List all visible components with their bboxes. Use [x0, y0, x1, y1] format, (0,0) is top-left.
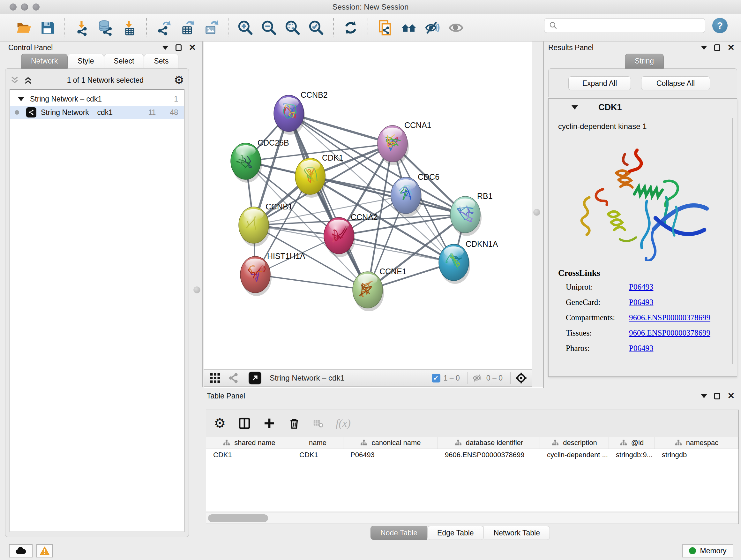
- table-cell[interactable]: stringdb:9...: [609, 451, 655, 459]
- column-header-description[interactable]: description: [540, 437, 609, 449]
- float-panel-icon[interactable]: [714, 393, 720, 399]
- network-edge[interactable]: [339, 236, 454, 262]
- export-table-icon[interactable]: [179, 18, 196, 37]
- birds-eye-view-icon[interactable]: [515, 372, 527, 384]
- network-node-ccna2[interactable]: CCNA2: [324, 212, 378, 257]
- import-network-from-database-icon[interactable]: [97, 18, 114, 37]
- network-view-canvas[interactable]: CCNB2CCNA1CDC25BCDK1CDC6RB1CCNB1CCNA2CDK…: [204, 42, 532, 369]
- open-session-icon[interactable]: [15, 18, 32, 37]
- search-input[interactable]: [560, 21, 705, 30]
- delete-column-icon[interactable]: [288, 417, 300, 430]
- table-cell[interactable]: CDK1: [206, 451, 292, 459]
- cloud-button[interactable]: [9, 544, 32, 557]
- network-options-gear-icon[interactable]: ⚙: [174, 74, 184, 86]
- network-share-icon[interactable]: [228, 372, 239, 384]
- clone-network-icon[interactable]: [377, 18, 394, 37]
- network-edge[interactable]: [255, 274, 367, 290]
- memory-button[interactable]: Memory: [682, 544, 733, 557]
- collapse-all-button[interactable]: Collapse All: [641, 76, 710, 90]
- zoom-in-icon[interactable]: [237, 18, 254, 37]
- tab-style[interactable]: Style: [68, 54, 104, 69]
- expand-all-networks-icon[interactable]: [23, 75, 33, 85]
- zoom-fit-icon[interactable]: [284, 18, 301, 37]
- network-node-rb1[interactable]: RB1: [450, 192, 493, 236]
- table-cell[interactable]: 9606.ENSP00000378699: [438, 451, 540, 459]
- panel-menu-icon[interactable]: [162, 46, 169, 50]
- import-table-from-file-icon[interactable]: [121, 18, 138, 37]
- table-cell[interactable]: cyclin-dependent ...: [540, 451, 609, 459]
- import-network-from-file-icon[interactable]: [73, 18, 91, 37]
- selected-nodes-checkbox[interactable]: ✓: [432, 374, 441, 382]
- table-options-gear-icon[interactable]: ⚙: [214, 417, 226, 430]
- expand-all-button[interactable]: Expand All: [568, 76, 631, 90]
- warning-button[interactable]: [37, 544, 53, 557]
- network-node-cdkn1a[interactable]: CDKN1A: [439, 240, 498, 284]
- crosslink-link[interactable]: P06493: [629, 283, 729, 292]
- network-node-cdc6[interactable]: CDC6: [391, 172, 440, 217]
- column-header-namespac[interactable]: namespac: [655, 437, 738, 449]
- column-header-database-identifier[interactable]: database identifier: [438, 437, 540, 449]
- grid-view-icon[interactable]: [209, 372, 221, 384]
- panel-menu-icon[interactable]: [701, 46, 707, 50]
- float-panel-icon[interactable]: [714, 44, 720, 51]
- tab-node-table[interactable]: Node Table: [370, 526, 427, 540]
- float-panel-icon[interactable]: [176, 44, 182, 51]
- close-panel-icon[interactable]: ✕: [189, 44, 196, 52]
- zoom-selected-icon[interactable]: [308, 18, 325, 37]
- node-result-header[interactable]: CDK1: [549, 99, 737, 116]
- tab-network-table[interactable]: Network Table: [484, 526, 550, 540]
- scrollbar-thumb[interactable]: [208, 514, 268, 522]
- left-splitter-handle[interactable]: [193, 287, 200, 294]
- network-node-ccna1[interactable]: CCNA1: [378, 121, 431, 165]
- network-edge[interactable]: [289, 113, 367, 290]
- network-graph[interactable]: CCNB2CCNA1CDC25BCDK1CDC6RB1CCNB1CCNA2CDK…: [204, 42, 532, 369]
- table-row[interactable]: CDK1CDK1P064939606.ENSP00000378699cyclin…: [206, 449, 738, 461]
- crosslink-link[interactable]: 9606.ENSP00000378699: [629, 313, 729, 322]
- crosslink-link[interactable]: P06493: [629, 298, 729, 307]
- collection-expand-icon[interactable]: [18, 97, 24, 101]
- hide-selected-icon[interactable]: [424, 18, 441, 37]
- table-cell[interactable]: CDK1: [292, 451, 343, 459]
- save-session-icon[interactable]: [39, 18, 56, 37]
- help-button[interactable]: ?: [712, 18, 728, 33]
- network-row[interactable]: String Network – cdk1 11 48: [10, 106, 184, 119]
- column-header-shared-name[interactable]: shared name: [206, 437, 292, 449]
- network-node-ccnb1[interactable]: CCNB1: [239, 202, 293, 246]
- network-collection-row[interactable]: String Network – cdk1 1: [10, 92, 184, 106]
- crosslink-link[interactable]: P06493: [629, 344, 729, 353]
- export-network-icon[interactable]: [155, 18, 172, 37]
- network-node-ccne1[interactable]: CCNE1: [353, 267, 407, 311]
- close-panel-icon[interactable]: ✕: [727, 392, 735, 400]
- left-splitter[interactable]: [202, 42, 203, 387]
- network-node-hist1h1a[interactable]: HIST1H1A: [240, 252, 306, 296]
- export-image-icon[interactable]: [202, 18, 219, 37]
- tab-sets[interactable]: Sets: [144, 54, 179, 69]
- close-panel-icon[interactable]: ✕: [727, 44, 735, 52]
- network-node-ccnb2[interactable]: CCNB2: [274, 90, 328, 135]
- create-column-icon[interactable]: [263, 417, 276, 430]
- panel-menu-icon[interactable]: [701, 394, 707, 398]
- right-splitter-handle[interactable]: [533, 209, 540, 216]
- function-builder-icon[interactable]: f(x): [336, 417, 351, 429]
- column-header-canonical-name[interactable]: canonical name: [343, 437, 438, 449]
- zoom-out-icon[interactable]: [260, 18, 278, 37]
- table-cell[interactable]: P06493: [343, 451, 438, 459]
- tab-string[interactable]: String: [625, 54, 664, 69]
- show-column-icon[interactable]: [238, 417, 251, 430]
- show-all-icon[interactable]: [448, 18, 465, 37]
- table-cell[interactable]: stringdb: [655, 451, 738, 459]
- first-neighbors-icon[interactable]: [400, 18, 417, 37]
- delete-table-icon[interactable]: [313, 418, 324, 429]
- tab-select[interactable]: Select: [104, 54, 144, 69]
- column-header--id[interactable]: @id: [609, 437, 655, 449]
- collapse-all-networks-icon[interactable]: [10, 75, 19, 85]
- crosslink-link[interactable]: 9606.ENSP00000378699: [629, 328, 729, 337]
- tab-network[interactable]: Network: [21, 54, 68, 69]
- column-header-name[interactable]: name: [292, 437, 343, 449]
- hidden-eye-icon[interactable]: [472, 373, 483, 383]
- refresh-icon[interactable]: [342, 18, 359, 37]
- detach-view-button[interactable]: [249, 372, 261, 384]
- table-horizontal-scrollbar[interactable]: [206, 512, 738, 523]
- tab-edge-table[interactable]: Edge Table: [427, 526, 484, 540]
- node-result-expand-icon[interactable]: [571, 105, 578, 110]
